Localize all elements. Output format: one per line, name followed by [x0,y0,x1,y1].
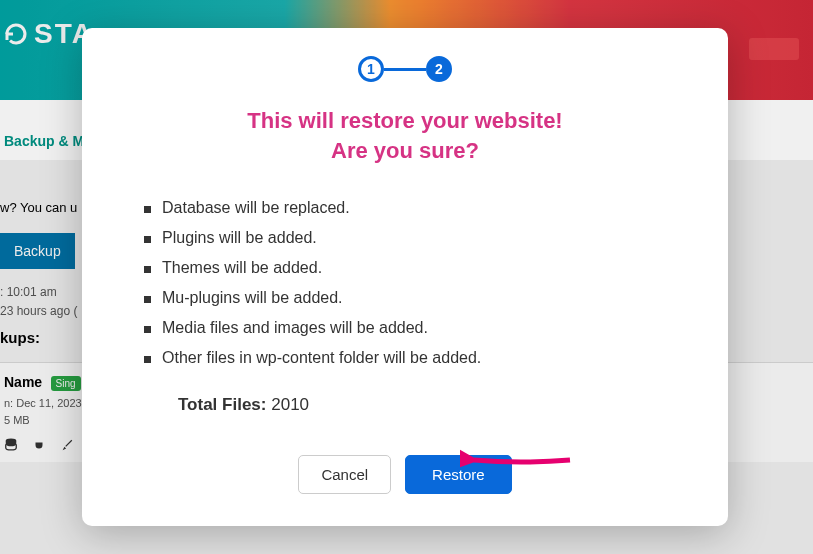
list-item: Plugins will be added. [144,223,694,253]
backup-row-badge: Sing [51,376,81,391]
annotation-arrow-icon [460,440,580,480]
list-item: Other files in wp-content folder will be… [144,343,694,373]
step-connector [384,68,426,71]
header-right-button[interactable] [749,38,799,60]
list-item: Database will be replaced. [144,193,694,223]
brush-icon[interactable] [60,438,74,452]
step-indicator: 1 2 [116,56,694,82]
backup-button[interactable]: Backup [0,233,75,269]
plug-icon[interactable] [32,438,46,452]
modal-title-line1: This will restore your website! [116,106,694,136]
step-1: 1 [358,56,384,82]
modal-title-line2: Are you sure? [116,136,694,166]
database-icon[interactable] [4,438,18,452]
list-item: Media files and images will be added. [144,313,694,343]
total-files-label: Total Files: [178,395,266,414]
tab-backup-migration[interactable]: Backup & Mi [0,125,92,157]
restore-items-list: Database will be replaced. Plugins will … [116,193,694,373]
cancel-button[interactable]: Cancel [298,455,391,494]
restore-confirmation-modal: 1 2 This will restore your website! Are … [82,28,728,526]
total-files-value: 2010 [271,395,309,414]
step-2: 2 [426,56,452,82]
list-item: Mu-plugins will be added. [144,283,694,313]
list-item: Themes will be added. [144,253,694,283]
refresh-icon [4,22,28,46]
total-files: Total Files: 2010 [116,395,694,415]
backup-row-name: Name [4,374,42,390]
modal-title: This will restore your website! Are you … [116,106,694,165]
modal-button-row: Cancel Restore [116,455,694,494]
